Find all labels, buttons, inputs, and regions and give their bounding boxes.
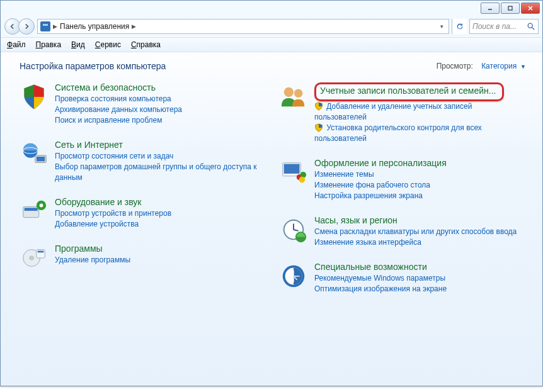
- category-link[interactable]: Настройка разрешения экрана: [314, 191, 526, 201]
- svg-rect-11: [25, 208, 38, 211]
- breadcrumb-sep: ▶: [132, 23, 136, 30]
- network-internet-icon: [20, 140, 49, 169]
- svg-point-18: [284, 87, 294, 97]
- category-title[interactable]: Сеть и Интернет: [55, 140, 266, 150]
- view-value[interactable]: Категория: [481, 62, 517, 70]
- breadcrumb[interactable]: ▶ Панель управления ▶ ▾: [37, 19, 449, 34]
- category-link[interactable]: Изменение темы: [314, 169, 526, 180]
- category-link[interactable]: Проверка состояния компьютера: [55, 94, 266, 104]
- close-button[interactable]: [521, 3, 540, 14]
- category-link[interactable]: Добавление устройства: [55, 219, 266, 230]
- svg-point-19: [294, 89, 302, 98]
- left-column: Система и безопасность Проверка состояни…: [20, 82, 266, 308]
- category-link[interactable]: Выбор параметров домашней группы и общег…: [55, 162, 266, 183]
- svg-point-13: [40, 204, 43, 208]
- maximize-button[interactable]: [501, 3, 520, 14]
- forward-button[interactable]: [18, 18, 35, 35]
- svg-rect-9: [37, 157, 45, 162]
- category-hardware: Оборудование и звук Просмотр устройств и…: [20, 197, 266, 230]
- category-system: Система и безопасность Проверка состояни…: [20, 82, 266, 126]
- category-link[interactable]: Установка родительского контроля для все…: [314, 123, 526, 144]
- titlebar: [1, 1, 542, 16]
- svg-line-5: [532, 28, 535, 30]
- svg-rect-17: [38, 251, 44, 253]
- category-access: Специальные возможности Рекомендуемые Wi…: [279, 262, 526, 294]
- chevron-down-icon[interactable]: ▼: [519, 64, 526, 70]
- ease-of-access-icon: [279, 262, 308, 291]
- system-security-icon: [20, 82, 49, 111]
- content-header: Настройка параметров компьютера Просмотр…: [20, 61, 526, 71]
- category-title[interactable]: Часы, язык и регион: [314, 215, 526, 225]
- menu-edit[interactable]: Правка: [36, 40, 62, 49]
- category-link[interactable]: Рекомендуемые Windows параметры: [314, 273, 526, 284]
- refresh-button[interactable]: [452, 19, 467, 34]
- category-link[interactable]: Смена раскладки клавиатуры или других сп…: [314, 227, 526, 237]
- hardware-sound-icon: [20, 197, 49, 226]
- category-title[interactable]: Система и безопасность: [55, 82, 266, 92]
- category-users: Учетные записи пользователей и семейн...…: [279, 82, 526, 144]
- page-title: Настройка параметров компьютера: [20, 61, 166, 71]
- view-label: Просмотр:: [437, 62, 473, 70]
- category-title[interactable]: Специальные возможности: [314, 262, 526, 272]
- category-link[interactable]: Изменение фона рабочего стола: [314, 180, 526, 191]
- category-link[interactable]: Удаление программы: [55, 255, 266, 266]
- search-input[interactable]: Поиск в па...: [469, 19, 539, 34]
- category-network: Сеть и Интернет Просмотр состояния сети …: [20, 140, 266, 183]
- menu-help[interactable]: Справка: [131, 40, 161, 49]
- category-title[interactable]: Оборудование и звук: [55, 197, 266, 207]
- category-link[interactable]: Добавление и удаление учетных записей по…: [314, 101, 526, 123]
- category-link[interactable]: Поиск и исправление проблем: [55, 115, 266, 126]
- category-appearance: Оформление и персонализация Изменение те…: [279, 158, 526, 201]
- control-panel-icon: [40, 21, 50, 31]
- svg-rect-21: [284, 164, 300, 174]
- nav-arrows: [4, 18, 35, 35]
- view-selector: Просмотр: Категория ▼: [437, 62, 526, 70]
- menu-file[interactable]: Файл: [7, 40, 26, 49]
- breadcrumb-root[interactable]: Панель управления: [57, 22, 132, 31]
- category-clock: Часы, язык и регион Смена раскладки клав…: [279, 215, 526, 248]
- svg-point-24: [299, 177, 306, 183]
- svg-rect-3: [43, 24, 48, 26]
- svg-point-4: [528, 23, 532, 28]
- category-link-text: Добавление и удаление учетных записей по…: [314, 102, 472, 121]
- right-column: Учетные записи пользователей и семейн...…: [279, 82, 526, 308]
- search-icon: [527, 22, 535, 33]
- svg-rect-1: [508, 6, 512, 10]
- category-title[interactable]: Оформление и персонализация: [314, 158, 526, 168]
- clock-region-icon: [279, 215, 308, 244]
- programs-icon: [20, 244, 49, 272]
- menu-bar: Файл Правка Вид Сервис Справка: [1, 37, 542, 52]
- window-frame: ▶ Панель управления ▶ ▾ Поиск в па... Фа…: [0, 0, 543, 386]
- category-columns: Система и безопасность Проверка состояни…: [20, 82, 526, 308]
- category-title[interactable]: Программы: [55, 244, 266, 254]
- shield-icon: [314, 102, 323, 111]
- minimize-button[interactable]: [481, 3, 500, 14]
- shield-icon: [314, 123, 323, 132]
- highlighted-category: Учетные записи пользователей и семейн...: [314, 82, 504, 101]
- search-placeholder: Поиск в па...: [472, 22, 517, 31]
- user-accounts-icon: [279, 82, 308, 111]
- menu-tools[interactable]: Сервис: [95, 40, 121, 49]
- breadcrumb-sep: ▶: [53, 23, 57, 30]
- category-link-text: Установка родительского контроля для все…: [314, 123, 482, 143]
- category-link[interactable]: Изменение языка интерфейса: [314, 237, 526, 248]
- category-link[interactable]: Просмотр устройств и принтеров: [55, 208, 266, 219]
- nav-row: ▶ Панель управления ▶ ▾ Поиск в па...: [1, 16, 542, 37]
- category-link[interactable]: Просмотр состояния сети и задач: [55, 151, 266, 162]
- content-pane: Настройка параметров компьютера Просмотр…: [1, 52, 542, 386]
- menu-view[interactable]: Вид: [71, 40, 85, 49]
- breadcrumb-dropdown-icon[interactable]: ▾: [438, 23, 446, 30]
- category-title[interactable]: Учетные записи пользователей и семейн...: [320, 86, 496, 96]
- appearance-icon: [279, 158, 308, 187]
- svg-point-15: [29, 255, 34, 260]
- category-programs: Программы Удаление программы: [20, 244, 266, 272]
- category-link[interactable]: Оптимизация изображения на экране: [314, 284, 526, 294]
- category-link[interactable]: Архивирование данных компьютера: [55, 104, 266, 115]
